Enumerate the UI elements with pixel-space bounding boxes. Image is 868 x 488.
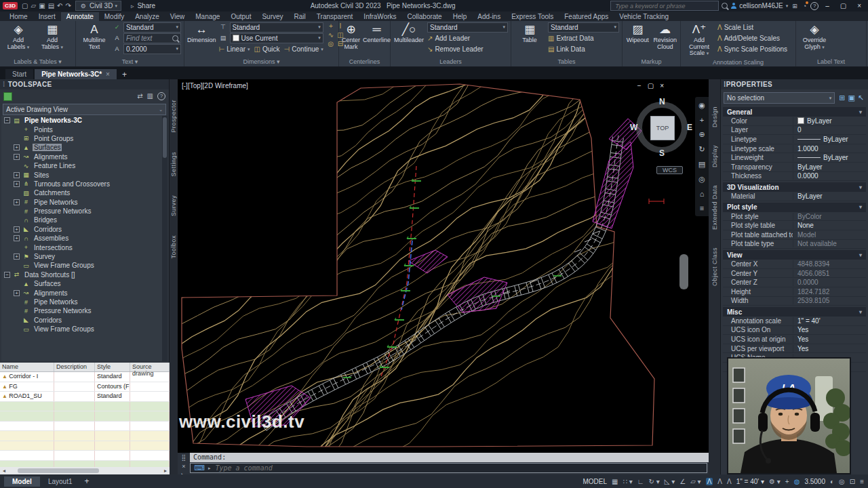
- drawing-viewport[interactable]: [-][Top][2D Wireframe] www.civil3d.tv − …: [178, 79, 709, 453]
- property-row[interactable]: TransparencyByLayer: [723, 163, 866, 172]
- polar-tracking-icon[interactable]: ↻ ▾: [648, 478, 659, 485]
- ribbon-dropdown[interactable]: 0.2000▾: [123, 44, 181, 54]
- property-row[interactable]: Layer0: [723, 126, 866, 136]
- grid-column-header[interactable]: Description: [54, 363, 95, 371]
- expand-icon[interactable]: +: [14, 235, 20, 241]
- tree-item-points[interactable]: +Points: [1, 125, 167, 134]
- annotation-visibility-icon[interactable]: Ʌ: [706, 478, 713, 485]
- customization-menu-icon[interactable]: ≡: [860, 478, 864, 485]
- tree-item-view-frame-groups[interactable]: ▭View Frame Groups: [1, 325, 167, 333]
- ribbon-dropdown[interactable]: Standard▾: [427, 22, 508, 33]
- tree-item-pipe-networks-3c[interactable]: −▤Pipe Networks-3C: [1, 116, 167, 125]
- ribbon-tab-infraworks[interactable]: InfraWorks: [358, 12, 401, 21]
- tree-item-catchments[interactable]: ▧Catchments: [1, 188, 167, 197]
- table-row[interactable]: ▲ Corridor - IStandard: [0, 372, 170, 382]
- expand-icon[interactable]: +: [14, 253, 20, 260]
- panel-footer[interactable]: Label Text: [796, 58, 866, 66]
- continue-dim-button[interactable]: ⊣Continue▾: [284, 45, 323, 54]
- viewcube-east[interactable]: E: [687, 123, 692, 132]
- tree-item-data-shortcuts-[interactable]: −⇄Data Shortcuts []: [1, 270, 167, 279]
- property-row[interactable]: Center Z0.0000: [723, 278, 866, 287]
- add-current-scale-button[interactable]: Ʌ⁺AddCurrent Scale ▾: [684, 22, 715, 57]
- command-grip-icon[interactable]: ⣿: [182, 454, 186, 461]
- grid-column-header[interactable]: Style: [95, 363, 130, 371]
- grid-display-icon[interactable]: ▦: [612, 478, 618, 485]
- toolspace-view-selector[interactable]: Active Drawing View ⌄: [3, 104, 166, 115]
- ribbon-tab-modify[interactable]: Modify: [99, 12, 130, 21]
- target-icon[interactable]: ◎: [698, 175, 705, 184]
- remove-leader-button[interactable]: ↘Remove Leader: [427, 44, 508, 54]
- search-input[interactable]: [614, 2, 715, 10]
- toolspace-tab-toolbox[interactable]: Toolbox: [170, 235, 177, 259]
- viewcube-south[interactable]: S: [659, 148, 665, 158]
- property-row[interactable]: Annotation scale1" = 40': [723, 317, 866, 326]
- expand-icon[interactable]: +: [14, 199, 20, 205]
- help-icon[interactable]: ?: [157, 92, 165, 100]
- viewport-close-button[interactable]: ×: [660, 82, 664, 89]
- property-row[interactable]: ColorByLayer: [723, 117, 866, 126]
- expand-icon[interactable]: +: [14, 172, 20, 178]
- tree-item-corridors[interactable]: +◣Corridors: [1, 225, 167, 234]
- scroll-right-arrow[interactable]: ▸: [161, 468, 170, 474]
- showmotion-icon[interactable]: ▤: [698, 160, 705, 169]
- expand-icon[interactable]: +: [14, 290, 20, 296]
- nav-menu-icon[interactable]: ≡: [700, 204, 704, 212]
- viewport-minimize-button[interactable]: −: [637, 82, 642, 89]
- section-header[interactable]: Plot style▾: [723, 203, 866, 212]
- dimension-button[interactable]: ↔Dimension: [187, 22, 216, 44]
- ribbon-tab-rail[interactable]: Rail: [289, 12, 311, 21]
- viewcube-west[interactable]: W: [630, 123, 637, 132]
- tree-item-pipe-networks[interactable]: #Pipe Networks: [1, 298, 167, 306]
- search-icon[interactable]: [722, 3, 728, 9]
- snap-mode-icon[interactable]: ∷ ▾: [623, 478, 633, 485]
- panel-footer[interactable]: Leaders: [391, 58, 511, 66]
- ribbon-tab-transparent[interactable]: Transparent: [311, 12, 359, 21]
- app-logo[interactable]: C3D: [3, 2, 18, 9]
- centerline-button[interactable]: ═Centerline: [363, 22, 391, 44]
- open-file-icon[interactable]: ▱: [29, 2, 37, 9]
- extract-data-button[interactable]: ▥Extract Data: [548, 33, 619, 43]
- property-row[interactable]: Plot styleByColor: [723, 212, 866, 222]
- property-row[interactable]: Linetype scale1.0000: [723, 144, 866, 154]
- isometric-drafting-icon[interactable]: ◺ ▾: [665, 478, 675, 485]
- add-leader-button[interactable]: ↗Add Leader: [427, 33, 508, 43]
- property-row[interactable]: Plot table typeNot available: [723, 240, 866, 249]
- tree-item-alignments[interactable]: +↝Alignments: [1, 288, 167, 297]
- viewcube-top-face[interactable]: TOP: [650, 116, 675, 140]
- tree-item-assemblies[interactable]: +∩Assemblies: [1, 234, 167, 243]
- tree-item-corridors[interactable]: ◣Corridors: [1, 316, 167, 325]
- file-tab-start[interactable]: Start: [5, 69, 33, 79]
- properties-tab-design[interactable]: Design: [711, 106, 718, 127]
- selection-dropdown[interactable]: No selection ▾: [724, 92, 835, 104]
- help-icon[interactable]: ?: [810, 2, 818, 10]
- plot-icon[interactable]: ▤: [47, 2, 56, 9]
- expand-icon[interactable]: +: [14, 144, 20, 150]
- notification-bell-icon[interactable]: ◔: [802, 3, 808, 9]
- revision-cloud-button[interactable]: ☁RevisionCloud: [653, 22, 678, 50]
- graphics-performance-icon[interactable]: ◐: [830, 478, 834, 485]
- tree-item-pressure-networks[interactable]: #Pressure Networks: [1, 207, 167, 216]
- ribbon-tab-add-ins[interactable]: Add-ins: [472, 12, 506, 21]
- undo-icon[interactable]: ↶: [56, 2, 64, 9]
- autoscale-icon[interactable]: Ʌ: [717, 478, 722, 485]
- command-input[interactable]: [214, 464, 703, 472]
- viewport-restore-button[interactable]: ▢: [648, 82, 654, 89]
- orbit-icon[interactable]: ↻: [698, 145, 705, 154]
- tree-item-point-groups[interactable]: ⊞Point Groups: [1, 134, 167, 143]
- properties-header[interactable]: ⁞ PROPERTIES: [721, 79, 868, 89]
- grid-horizontal-scrollbar[interactable]: ◂ ▸: [0, 467, 170, 474]
- sync-scale-positions-button[interactable]: ɅSync Scale Positions: [717, 44, 793, 54]
- pan-icon[interactable]: +: [700, 116, 704, 124]
- ribbon-tab-survey[interactable]: Survey: [256, 12, 288, 21]
- app-store-icon[interactable]: ⊞: [791, 3, 799, 9]
- tree-item-survey[interactable]: +⚑Survey: [1, 252, 167, 261]
- expand-icon[interactable]: +: [14, 154, 20, 160]
- ribbon-tab-view[interactable]: View: [165, 12, 191, 21]
- workspace-switching-icon[interactable]: ⚙ ▾: [769, 478, 781, 485]
- active-drawing-icon[interactable]: [3, 92, 12, 101]
- close-button[interactable]: ×: [853, 2, 865, 9]
- ribbon-tab-manage[interactable]: Manage: [190, 12, 225, 21]
- clean-screen-icon[interactable]: ⊡: [850, 478, 855, 485]
- find-text-field[interactable]: Find text: [123, 33, 181, 43]
- collapse-icon[interactable]: −: [4, 117, 10, 123]
